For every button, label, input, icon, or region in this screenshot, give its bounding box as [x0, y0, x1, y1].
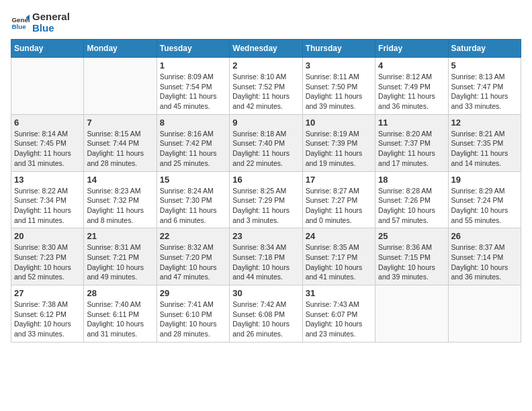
calendar-cell: 22Sunrise: 8:32 AM Sunset: 7:20 PM Dayli… [157, 228, 229, 285]
day-number: 7 [87, 118, 153, 128]
calendar-cell: 14Sunrise: 8:23 AM Sunset: 7:32 PM Dayli… [84, 171, 157, 228]
weekday-header-wednesday: Wednesday [230, 40, 302, 58]
day-number: 23 [232, 231, 299, 241]
day-info: Sunrise: 8:35 AM Sunset: 7:17 PM Dayligh… [306, 242, 372, 282]
calendar-cell: 2Sunrise: 8:10 AM Sunset: 7:52 PM Daylig… [230, 58, 302, 115]
day-number: 29 [160, 288, 226, 298]
day-number: 12 [451, 118, 518, 128]
day-number: 1 [160, 60, 226, 71]
calendar-cell: 8Sunrise: 8:16 AM Sunset: 7:42 PM Daylig… [157, 114, 229, 171]
calendar-cell: 24Sunrise: 8:35 AM Sunset: 7:17 PM Dayli… [302, 228, 375, 285]
day-number: 2 [232, 60, 299, 71]
day-number: 30 [232, 288, 299, 298]
svg-text:Blue: Blue [11, 23, 26, 30]
calendar-cell: 11Sunrise: 8:20 AM Sunset: 7:37 PM Dayli… [375, 114, 448, 171]
calendar-cell: 16Sunrise: 8:25 AM Sunset: 7:29 PM Dayli… [230, 171, 302, 228]
day-number: 20 [14, 231, 81, 241]
calendar-cell: 4Sunrise: 8:12 AM Sunset: 7:49 PM Daylig… [375, 58, 448, 115]
calendar-cell [448, 285, 521, 342]
calendar-cell: 3Sunrise: 8:11 AM Sunset: 7:50 PM Daylig… [302, 58, 375, 115]
calendar-cell [84, 58, 157, 115]
calendar-cell: 30Sunrise: 7:42 AM Sunset: 6:08 PM Dayli… [230, 285, 302, 342]
day-info: Sunrise: 8:12 AM Sunset: 7:49 PM Dayligh… [378, 72, 445, 111]
day-number: 26 [451, 231, 518, 241]
day-info: Sunrise: 8:18 AM Sunset: 7:40 PM Dayligh… [232, 129, 299, 169]
weekday-header-thursday: Thursday [302, 40, 375, 58]
day-number: 6 [14, 118, 81, 128]
calendar-cell: 27Sunrise: 7:38 AM Sunset: 6:12 PM Dayli… [11, 285, 84, 342]
day-number: 13 [14, 175, 81, 185]
calendar-cell: 20Sunrise: 8:30 AM Sunset: 7:23 PM Dayli… [11, 228, 84, 285]
day-number: 22 [160, 231, 226, 241]
day-number: 3 [306, 60, 372, 71]
logo: General Blue General Blue [11, 11, 70, 34]
day-number: 28 [87, 288, 153, 298]
weekday-header-tuesday: Tuesday [157, 40, 229, 58]
day-info: Sunrise: 8:22 AM Sunset: 7:34 PM Dayligh… [14, 186, 81, 226]
calendar-cell: 21Sunrise: 8:31 AM Sunset: 7:21 PM Dayli… [84, 228, 157, 285]
day-info: Sunrise: 8:24 AM Sunset: 7:30 PM Dayligh… [160, 186, 226, 226]
day-info: Sunrise: 8:25 AM Sunset: 7:29 PM Dayligh… [232, 186, 299, 226]
calendar-cell: 17Sunrise: 8:27 AM Sunset: 7:27 PM Dayli… [302, 171, 375, 228]
calendar-cell: 13Sunrise: 8:22 AM Sunset: 7:34 PM Dayli… [11, 171, 84, 228]
day-number: 19 [451, 175, 518, 185]
calendar-cell: 23Sunrise: 8:34 AM Sunset: 7:18 PM Dayli… [230, 228, 302, 285]
day-info: Sunrise: 8:29 AM Sunset: 7:24 PM Dayligh… [451, 186, 518, 226]
day-info: Sunrise: 8:16 AM Sunset: 7:42 PM Dayligh… [160, 129, 226, 169]
page-header: General Blue General Blue [11, 11, 521, 34]
day-info: Sunrise: 8:14 AM Sunset: 7:45 PM Dayligh… [14, 129, 81, 169]
calendar-cell [375, 285, 448, 342]
day-number: 18 [378, 175, 445, 185]
day-info: Sunrise: 8:15 AM Sunset: 7:44 PM Dayligh… [87, 129, 153, 169]
day-info: Sunrise: 8:28 AM Sunset: 7:26 PM Dayligh… [378, 186, 445, 226]
day-number: 15 [160, 175, 226, 185]
day-info: Sunrise: 8:23 AM Sunset: 7:32 PM Dayligh… [87, 186, 153, 226]
day-info: Sunrise: 8:19 AM Sunset: 7:39 PM Dayligh… [306, 129, 372, 169]
weekday-header-saturday: Saturday [448, 40, 521, 58]
calendar-cell: 7Sunrise: 8:15 AM Sunset: 7:44 PM Daylig… [84, 114, 157, 171]
calendar-cell: 9Sunrise: 8:18 AM Sunset: 7:40 PM Daylig… [230, 114, 302, 171]
calendar-cell: 10Sunrise: 8:19 AM Sunset: 7:39 PM Dayli… [302, 114, 375, 171]
calendar-cell: 29Sunrise: 7:41 AM Sunset: 6:10 PM Dayli… [157, 285, 229, 342]
day-info: Sunrise: 8:13 AM Sunset: 7:47 PM Dayligh… [451, 72, 518, 111]
day-number: 9 [232, 118, 299, 128]
weekday-header-monday: Monday [84, 40, 157, 58]
day-number: 11 [378, 118, 445, 128]
calendar-cell: 26Sunrise: 8:37 AM Sunset: 7:14 PM Dayli… [448, 228, 521, 285]
logo-text-general: General [32, 11, 70, 22]
logo-text-blue: Blue [32, 22, 70, 34]
day-number: 5 [451, 60, 518, 71]
day-info: Sunrise: 7:42 AM Sunset: 6:08 PM Dayligh… [232, 300, 299, 339]
calendar-cell: 1Sunrise: 8:09 AM Sunset: 7:54 PM Daylig… [157, 58, 229, 115]
logo-icon: General Blue [11, 13, 30, 32]
calendar-cell: 31Sunrise: 7:43 AM Sunset: 6:07 PM Dayli… [302, 285, 375, 342]
calendar-table: SundayMondayTuesdayWednesdayThursdayFrid… [11, 39, 521, 342]
day-info: Sunrise: 8:30 AM Sunset: 7:23 PM Dayligh… [14, 242, 81, 282]
calendar-cell: 6Sunrise: 8:14 AM Sunset: 7:45 PM Daylig… [11, 114, 84, 171]
day-number: 25 [378, 231, 445, 241]
day-info: Sunrise: 8:34 AM Sunset: 7:18 PM Dayligh… [232, 242, 299, 282]
day-info: Sunrise: 7:41 AM Sunset: 6:10 PM Dayligh… [160, 300, 226, 339]
weekday-header-friday: Friday [375, 40, 448, 58]
day-info: Sunrise: 8:21 AM Sunset: 7:35 PM Dayligh… [451, 129, 518, 169]
weekday-header-sunday: Sunday [11, 40, 84, 58]
day-info: Sunrise: 8:11 AM Sunset: 7:50 PM Dayligh… [306, 72, 372, 111]
day-info: Sunrise: 8:09 AM Sunset: 7:54 PM Dayligh… [160, 72, 226, 111]
day-info: Sunrise: 8:10 AM Sunset: 7:52 PM Dayligh… [232, 72, 299, 111]
calendar-cell [11, 58, 84, 115]
day-info: Sunrise: 7:38 AM Sunset: 6:12 PM Dayligh… [14, 300, 81, 339]
day-number: 31 [306, 288, 372, 298]
day-number: 10 [306, 118, 372, 128]
calendar-cell: 18Sunrise: 8:28 AM Sunset: 7:26 PM Dayli… [375, 171, 448, 228]
day-info: Sunrise: 8:20 AM Sunset: 7:37 PM Dayligh… [378, 129, 445, 169]
day-info: Sunrise: 8:27 AM Sunset: 7:27 PM Dayligh… [306, 186, 372, 226]
day-number: 4 [378, 60, 445, 71]
day-info: Sunrise: 7:40 AM Sunset: 6:11 PM Dayligh… [87, 300, 153, 339]
day-number: 14 [87, 175, 153, 185]
calendar-cell: 28Sunrise: 7:40 AM Sunset: 6:11 PM Dayli… [84, 285, 157, 342]
calendar-cell: 25Sunrise: 8:36 AM Sunset: 7:15 PM Dayli… [375, 228, 448, 285]
day-number: 16 [232, 175, 299, 185]
day-number: 27 [14, 288, 81, 298]
calendar-cell: 15Sunrise: 8:24 AM Sunset: 7:30 PM Dayli… [157, 171, 229, 228]
day-number: 8 [160, 118, 226, 128]
